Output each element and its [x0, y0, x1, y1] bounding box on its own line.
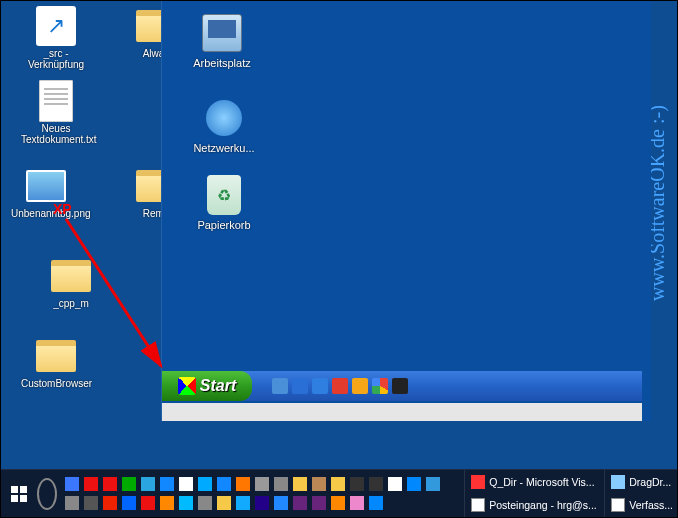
task-posteingang[interactable]: Posteingang - hrg@s... — [464, 494, 604, 518]
app-icon — [426, 477, 440, 491]
task-posteingang-label: Posteingang - hrg@s... — [489, 499, 597, 511]
desktop-icon-shortcut[interactable]: _src - Verknüpfung — [21, 6, 91, 70]
app-icon — [84, 496, 98, 510]
taskbar-app-17[interactable] — [386, 475, 404, 493]
app-icon — [293, 477, 307, 491]
app-icon — [84, 477, 98, 491]
taskbar-app-35[interactable] — [348, 494, 366, 512]
taskbar-app-9[interactable] — [234, 475, 252, 493]
app-icon — [65, 496, 79, 510]
taskbar-app-25[interactable] — [158, 494, 176, 512]
taskbar-app-21[interactable] — [82, 494, 100, 512]
taskbar-app-8[interactable] — [215, 475, 233, 493]
taskbar-app-10[interactable] — [253, 475, 271, 493]
taskbar-app-20[interactable] — [63, 494, 81, 512]
taskbar-app-18[interactable] — [405, 475, 423, 493]
desktop-icon-textdoc[interactable]: Neues Textdokument.txt — [21, 81, 91, 145]
taskbar-app-14[interactable] — [329, 475, 347, 493]
quicklaunch-ie-icon[interactable] — [292, 378, 308, 394]
svg-rect-2 — [20, 486, 27, 493]
taskbar-app-12[interactable] — [291, 475, 309, 493]
taskbar-app-11[interactable] — [272, 475, 290, 493]
app-icon — [179, 496, 193, 510]
quicklaunch-chrome-icon[interactable] — [372, 378, 388, 394]
taskbar-app-24[interactable] — [139, 494, 157, 512]
comp-icon — [200, 11, 244, 55]
taskbar-app-32[interactable] — [291, 494, 309, 512]
app-icon — [160, 477, 174, 491]
start-button[interactable] — [5, 470, 33, 518]
taskbar-app-34[interactable] — [329, 494, 347, 512]
desktop-icon-papierkorb[interactable]: ♻Papierkorb — [184, 173, 264, 231]
quicklaunch-outlook-icon[interactable] — [312, 378, 328, 394]
desktop-icon-netzwerk[interactable]: Netzwerku... — [184, 96, 264, 154]
desktop-icon-cbrowser[interactable]: CustomBrowser — [21, 336, 91, 389]
bin-icon: ♻ — [202, 173, 246, 217]
icon-label: Papierkorb — [184, 219, 264, 231]
taskbar-app-19[interactable] — [424, 475, 442, 493]
taskbar-app-22[interactable] — [101, 494, 119, 512]
cortana-button[interactable] — [33, 470, 61, 518]
taskbar-app-26[interactable] — [177, 494, 195, 512]
app-icon — [141, 496, 155, 510]
app-icon — [103, 496, 117, 510]
app-icon — [65, 477, 79, 491]
quicklaunch-red-app-icon[interactable] — [332, 378, 348, 394]
xp-start-label: Start — [200, 377, 236, 395]
folder-icon — [51, 256, 91, 296]
quicklaunch-tool-icon[interactable] — [392, 378, 408, 394]
taskbar-app-4[interactable] — [139, 475, 157, 493]
taskbar-app-5[interactable] — [158, 475, 176, 493]
txt-icon — [36, 81, 76, 121]
taskbar-app-1[interactable] — [82, 475, 100, 493]
app-icon — [293, 496, 307, 510]
taskbar-app-30[interactable] — [253, 494, 271, 512]
taskbar-app-2[interactable] — [101, 475, 119, 493]
quicklaunch-show-desktop-icon[interactable] — [272, 378, 288, 394]
taskbar-app-13[interactable] — [310, 475, 328, 493]
taskbar-running-tasks: Q_Dir - Microsoft Vis... DragDr... Poste… — [464, 470, 678, 517]
windows-flag-icon — [178, 377, 196, 395]
app-icon — [122, 496, 136, 510]
app-icon — [198, 496, 212, 510]
app-icon — [369, 496, 383, 510]
shortcut-icon — [36, 6, 76, 46]
task-verfass[interactable]: Verfass... — [604, 494, 678, 518]
img-icon — [26, 166, 66, 206]
xp-window-border — [162, 403, 642, 421]
taskbar-app-33[interactable] — [310, 494, 328, 512]
taskbar-app-28[interactable] — [215, 494, 233, 512]
app-icon — [122, 477, 136, 491]
app-icon — [312, 477, 326, 491]
taskbar-app-15[interactable] — [348, 475, 366, 493]
taskbar-app-29[interactable] — [234, 494, 252, 512]
mail-icon — [471, 498, 485, 512]
app-icon — [217, 496, 231, 510]
taskbar-app-0[interactable] — [63, 475, 81, 493]
compose-icon — [611, 498, 625, 512]
xp-desktop-window: ArbeitsplatzNetzwerku...♻Papierkorb Star… — [161, 1, 651, 421]
task-dragdrop[interactable]: DragDr... — [604, 470, 678, 494]
app-icon — [103, 477, 117, 491]
taskbar-app-7[interactable] — [196, 475, 214, 493]
taskbar-app-23[interactable] — [120, 494, 138, 512]
icon-label: _cpp_m — [36, 298, 106, 309]
quicklaunch-wmp-icon[interactable] — [352, 378, 368, 394]
app-icon — [312, 496, 326, 510]
taskbar-app-3[interactable] — [120, 475, 138, 493]
xp-start-button[interactable]: Start — [162, 371, 252, 401]
taskbar-app-27[interactable] — [196, 494, 214, 512]
taskbar-app-16[interactable] — [367, 475, 385, 493]
app-icon — [255, 496, 269, 510]
folder-icon — [36, 336, 76, 376]
task-qdir[interactable]: Q_Dir - Microsoft Vis... — [464, 470, 604, 494]
taskbar-app-36[interactable] — [367, 494, 385, 512]
app-icon — [236, 477, 250, 491]
icon-label: Neues Textdokument.txt — [21, 123, 91, 145]
taskbar-app-6[interactable] — [177, 475, 195, 493]
win10-desktop-area: _src - VerknüpfungAlwayNeues Textdokumen… — [1, 1, 161, 461]
desktop-icon-cppm[interactable]: _cpp_m — [36, 256, 106, 309]
desktop-icon-arbeitsplatz[interactable]: Arbeitsplatz — [182, 11, 262, 69]
taskbar-app-31[interactable] — [272, 494, 290, 512]
taskbar-pinned-apps — [61, 470, 461, 517]
